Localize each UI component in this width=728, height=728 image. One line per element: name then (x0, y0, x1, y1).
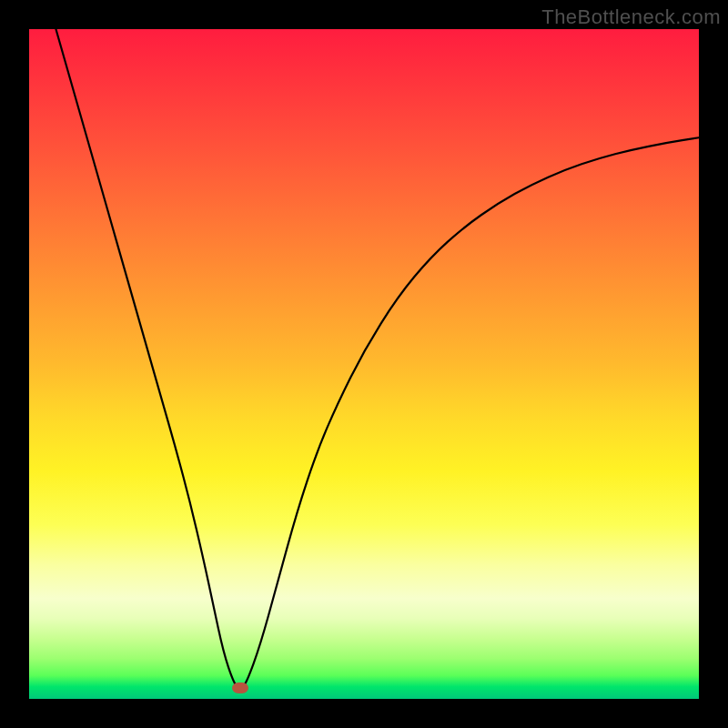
chart-frame: TheBottleneck.com (0, 0, 728, 728)
plot-area (29, 29, 699, 699)
watermark-text: TheBottleneck.com (541, 5, 721, 29)
bottleneck-curve (29, 29, 699, 699)
minimum-marker (232, 682, 248, 693)
